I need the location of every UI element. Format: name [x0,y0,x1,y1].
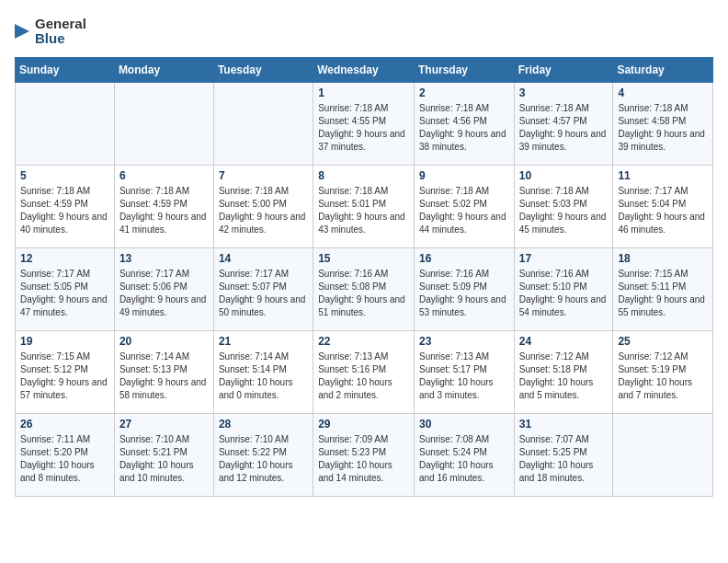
day-cell: 28Sunrise: 7:10 AM Sunset: 5:22 PM Dayli… [213,414,313,497]
day-info: Sunrise: 7:09 AM Sunset: 5:23 PM Dayligh… [318,433,409,485]
day-number: 25 [618,335,708,348]
day-info: Sunrise: 7:10 AM Sunset: 5:22 PM Dayligh… [219,433,308,485]
day-cell: 24Sunrise: 7:12 AM Sunset: 5:18 PM Dayli… [514,331,613,414]
day-number: 30 [419,418,509,431]
day-number: 15 [318,252,409,265]
day-number: 24 [519,335,609,348]
week-row-3: 12Sunrise: 7:17 AM Sunset: 5:05 PM Dayli… [16,248,713,331]
day-info: Sunrise: 7:18 AM Sunset: 5:02 PM Dayligh… [419,185,509,236]
column-header-friday: Friday [514,58,613,83]
day-info: Sunrise: 7:12 AM Sunset: 5:18 PM Dayligh… [519,350,609,402]
day-number: 17 [519,252,609,265]
day-cell: 23Sunrise: 7:13 AM Sunset: 5:17 PM Dayli… [414,331,514,414]
week-row-1: 1Sunrise: 7:18 AM Sunset: 4:55 PM Daylig… [16,83,713,166]
day-number: 4 [618,86,708,99]
day-cell: 8Sunrise: 7:18 AM Sunset: 5:01 PM Daylig… [313,166,415,248]
day-cell: 6Sunrise: 7:18 AM Sunset: 4:59 PM Daylig… [114,166,213,248]
day-number: 22 [318,335,409,348]
day-cell [213,83,313,166]
day-info: Sunrise: 7:17 AM Sunset: 5:04 PM Dayligh… [618,185,708,236]
day-cell: 20Sunrise: 7:14 AM Sunset: 5:13 PM Dayli… [114,331,213,414]
day-number: 13 [119,252,209,265]
week-row-5: 26Sunrise: 7:11 AM Sunset: 5:20 PM Dayli… [16,414,713,497]
day-info: Sunrise: 7:18 AM Sunset: 4:59 PM Dayligh… [119,185,209,236]
day-cell: 11Sunrise: 7:17 AM Sunset: 5:04 PM Dayli… [613,166,713,248]
day-number: 2 [419,86,509,99]
day-info: Sunrise: 7:13 AM Sunset: 5:17 PM Dayligh… [419,350,509,402]
column-header-monday: Monday [114,58,213,83]
day-info: Sunrise: 7:18 AM Sunset: 4:56 PM Dayligh… [419,102,509,154]
day-info: Sunrise: 7:18 AM Sunset: 5:00 PM Dayligh… [219,185,308,236]
day-info: Sunrise: 7:10 AM Sunset: 5:21 PM Dayligh… [119,433,209,485]
day-number: 19 [20,335,109,348]
day-number: 18 [618,252,708,265]
day-cell: 22Sunrise: 7:13 AM Sunset: 5:16 PM Dayli… [313,331,415,414]
day-number: 26 [20,418,109,431]
day-info: Sunrise: 7:18 AM Sunset: 4:58 PM Dayligh… [618,102,708,154]
day-info: Sunrise: 7:07 AM Sunset: 5:25 PM Dayligh… [519,433,609,485]
day-info: Sunrise: 7:17 AM Sunset: 5:07 PM Dayligh… [219,268,308,319]
day-cell: 15Sunrise: 7:16 AM Sunset: 5:08 PM Dayli… [313,248,415,331]
day-info: Sunrise: 7:08 AM Sunset: 5:24 PM Dayligh… [419,433,509,485]
day-cell: 10Sunrise: 7:18 AM Sunset: 5:03 PM Dayli… [514,166,613,248]
day-number: 7 [219,169,308,182]
day-number: 10 [519,169,609,182]
day-cell: 26Sunrise: 7:11 AM Sunset: 5:20 PM Dayli… [16,414,115,497]
day-cell: 29Sunrise: 7:09 AM Sunset: 5:23 PM Dayli… [313,414,415,497]
day-number: 9 [419,169,509,182]
logo-arrow-icon [15,15,33,48]
day-cell: 5Sunrise: 7:18 AM Sunset: 4:59 PM Daylig… [16,166,115,248]
day-info: Sunrise: 7:17 AM Sunset: 5:06 PM Dayligh… [119,268,209,319]
day-info: Sunrise: 7:18 AM Sunset: 4:57 PM Dayligh… [519,102,609,154]
day-cell: 4Sunrise: 7:18 AM Sunset: 4:58 PM Daylig… [613,83,713,166]
column-header-saturday: Saturday [613,58,713,83]
day-number: 14 [219,252,308,265]
day-number: 20 [119,335,209,348]
day-cell [114,83,213,166]
day-info: Sunrise: 7:18 AM Sunset: 4:55 PM Dayligh… [318,102,409,154]
day-info: Sunrise: 7:18 AM Sunset: 5:01 PM Dayligh… [318,185,409,236]
day-number: 27 [119,418,209,431]
calendar-table: SundayMondayTuesdayWednesdayThursdayFrid… [15,57,713,497]
column-header-sunday: Sunday [16,58,115,83]
day-cell: 12Sunrise: 7:17 AM Sunset: 5:05 PM Dayli… [16,248,115,331]
day-cell: 17Sunrise: 7:16 AM Sunset: 5:10 PM Dayli… [514,248,613,331]
day-cell: 7Sunrise: 7:18 AM Sunset: 5:00 PM Daylig… [213,166,313,248]
day-cell [613,414,713,497]
day-number: 21 [219,335,308,348]
day-info: Sunrise: 7:17 AM Sunset: 5:05 PM Dayligh… [20,268,109,319]
day-number: 1 [318,86,409,99]
header-row: SundayMondayTuesdayWednesdayThursdayFrid… [16,58,713,83]
week-row-4: 19Sunrise: 7:15 AM Sunset: 5:12 PM Dayli… [16,331,713,414]
day-cell: 1Sunrise: 7:18 AM Sunset: 4:55 PM Daylig… [313,83,415,166]
day-number: 31 [519,418,609,431]
day-cell: 27Sunrise: 7:10 AM Sunset: 5:21 PM Dayli… [114,414,213,497]
day-cell [16,83,115,166]
day-info: Sunrise: 7:13 AM Sunset: 5:16 PM Dayligh… [318,350,409,402]
day-number: 28 [219,418,308,431]
day-cell: 13Sunrise: 7:17 AM Sunset: 5:06 PM Dayli… [114,248,213,331]
day-number: 5 [20,169,109,182]
day-info: Sunrise: 7:12 AM Sunset: 5:19 PM Dayligh… [618,350,708,402]
day-cell: 19Sunrise: 7:15 AM Sunset: 5:12 PM Dayli… [16,331,115,414]
logo-blue-text: Blue [35,31,86,47]
day-cell: 16Sunrise: 7:16 AM Sunset: 5:09 PM Dayli… [414,248,514,331]
day-cell: 3Sunrise: 7:18 AM Sunset: 4:57 PM Daylig… [514,83,613,166]
day-cell: 14Sunrise: 7:17 AM Sunset: 5:07 PM Dayli… [213,248,313,331]
day-cell: 30Sunrise: 7:08 AM Sunset: 5:24 PM Dayli… [414,414,514,497]
day-number: 29 [318,418,409,431]
day-info: Sunrise: 7:18 AM Sunset: 4:59 PM Dayligh… [20,185,109,236]
day-info: Sunrise: 7:16 AM Sunset: 5:08 PM Dayligh… [318,268,409,319]
day-cell: 31Sunrise: 7:07 AM Sunset: 5:25 PM Dayli… [514,414,613,497]
day-number: 6 [119,169,209,182]
day-info: Sunrise: 7:15 AM Sunset: 5:11 PM Dayligh… [618,268,708,319]
day-number: 23 [419,335,509,348]
day-info: Sunrise: 7:15 AM Sunset: 5:12 PM Dayligh… [20,350,109,402]
day-number: 11 [618,169,708,182]
logo-general-text: General [35,17,86,32]
day-number: 16 [419,252,509,265]
day-number: 12 [20,252,109,265]
day-cell: 21Sunrise: 7:14 AM Sunset: 5:14 PM Dayli… [213,331,313,414]
day-info: Sunrise: 7:16 AM Sunset: 5:09 PM Dayligh… [419,268,509,319]
day-cell: 25Sunrise: 7:12 AM Sunset: 5:19 PM Dayli… [613,331,713,414]
